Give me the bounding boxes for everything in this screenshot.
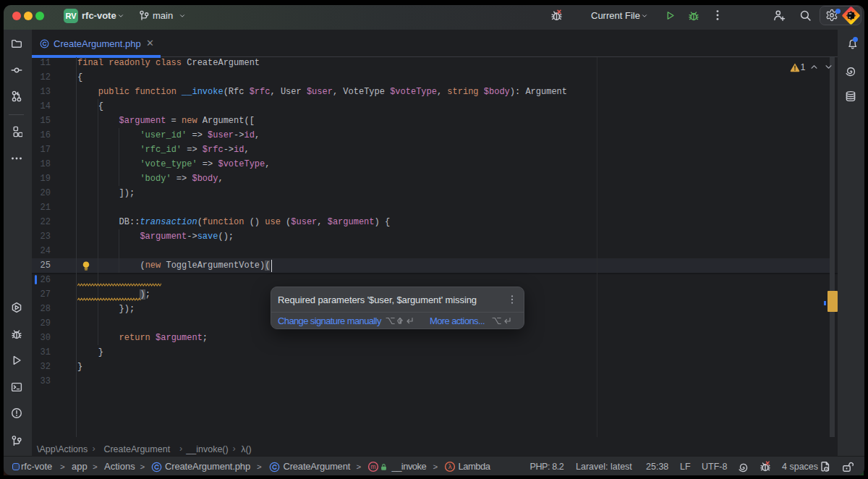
svg-text:m: m (370, 463, 375, 470)
svg-text:λ: λ (448, 462, 451, 470)
